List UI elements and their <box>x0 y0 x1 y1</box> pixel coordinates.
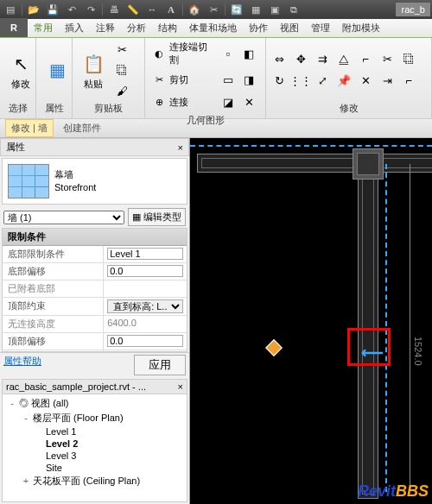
trim-button[interactable]: ⌐ <box>356 50 375 69</box>
top-offset-input[interactable] <box>107 335 183 347</box>
match-button[interactable]: 🖌 <box>112 81 131 100</box>
instance-filter-select[interactable]: 墙 (1) <box>3 211 124 224</box>
cope-button[interactable]: ◐连接端切割▫◧ <box>149 40 262 67</box>
wall-vertical[interactable] <box>358 154 378 499</box>
switch-window-icon[interactable]: ⧉ <box>285 2 302 17</box>
join-opt1[interactable]: ◪ <box>219 92 238 111</box>
wall-horizontal[interactable] <box>197 154 432 173</box>
cut-opt1[interactable]: ▭ <box>219 70 238 89</box>
options-create-assembly[interactable]: 创建部件 <box>57 119 107 137</box>
tab-insert[interactable]: 插入 <box>59 19 90 37</box>
type-selector[interactable]: 幕墙 Storefront <box>2 158 187 205</box>
drawing-canvas[interactable]: 1524.0 ⟵ RevitBBS <box>190 138 432 504</box>
tree-node-floorplans[interactable]: - 楼层平面 (Floor Plan) <box>4 411 185 425</box>
options-context[interactable]: 修改 | 墙 <box>5 119 54 137</box>
base-offset-input[interactable] <box>107 265 183 277</box>
delete-button[interactable]: ✕ <box>356 72 375 91</box>
copy-icon: ⿻ <box>117 64 128 77</box>
tab-analyze[interactable]: 分析 <box>121 19 152 37</box>
top-constraint-select[interactable]: 直到标高: L... <box>107 299 183 313</box>
properties-help-link[interactable]: 属性帮助 <box>3 355 41 375</box>
copy-button[interactable]: ⿻ <box>112 60 131 79</box>
base-constraint-input[interactable] <box>107 248 183 260</box>
align-button[interactable]: ⇔ <box>270 50 289 69</box>
prop-row: 底部限制条件 <box>3 246 187 263</box>
app-menu-icon[interactable]: ▤ <box>2 2 19 17</box>
cut-opt2[interactable]: ◨ <box>239 70 258 89</box>
undo-icon[interactable]: ↶ <box>63 2 80 17</box>
move-button[interactable]: ✥ <box>291 50 310 69</box>
tab-massing[interactable]: 体量和场地 <box>183 19 243 37</box>
extend-button[interactable]: ⇥ <box>378 72 397 91</box>
array-button[interactable]: ⋮⋮ <box>291 72 310 91</box>
join-button[interactable]: ⊕连接◪✕ <box>149 91 262 112</box>
modify-tool-button[interactable]: ↖修改 <box>3 48 38 92</box>
tab-structure[interactable]: 结构 <box>152 19 183 37</box>
properties-palette-title: 属性 × <box>0 138 189 156</box>
edit-type-button[interactable]: ▦编辑类型 <box>128 208 186 226</box>
text-icon[interactable]: A <box>162 2 180 17</box>
split-button[interactable]: ✂ <box>378 50 397 69</box>
dimension-icon[interactable]: ↔ <box>143 2 161 17</box>
tree-node-level3[interactable]: Level 3 <box>4 450 185 462</box>
corner-button[interactable]: ⌐ <box>399 72 418 91</box>
project-browser: rac_basic_sample_project.rvt - ...× - ◎ … <box>2 379 187 503</box>
close-hidden-icon[interactable]: ▣ <box>266 2 283 17</box>
cut-button[interactable]: ✂ <box>112 40 131 59</box>
panel-clipboard-label: 剪贴板 <box>76 100 141 117</box>
collapse-icon[interactable]: - <box>8 398 16 408</box>
3d-view-icon[interactable]: 🏠 <box>186 2 203 17</box>
tree-node-ceilingplans[interactable]: + 天花板平面 (Ceiling Plan) <box>4 474 185 488</box>
scale-button[interactable]: ⤢ <box>313 72 332 91</box>
properties-button[interactable]: ▦ <box>40 54 74 85</box>
type-thumbnail <box>8 164 49 198</box>
measure-icon[interactable]: 📏 <box>124 2 142 17</box>
collapse-icon[interactable]: - <box>22 413 30 423</box>
dimension-value[interactable]: 1524.0 <box>413 337 423 366</box>
sheet-icon[interactable]: ▦ <box>247 2 264 17</box>
cope-opt1[interactable]: ▫ <box>219 44 238 63</box>
sync-icon[interactable]: 🔄 <box>228 2 245 17</box>
section-constraints: 限制条件 <box>3 229 187 246</box>
panel-geometry-label: 几何图形 <box>149 112 262 129</box>
offset-button[interactable]: ⇉ <box>313 50 332 69</box>
flip-control-icon[interactable] <box>265 339 283 356</box>
tab-home[interactable]: 常用 <box>28 19 59 37</box>
tab-addins[interactable]: 附加模块 <box>336 19 386 37</box>
pin-button[interactable]: 📌 <box>334 72 353 91</box>
tab-collaborate[interactable]: 协作 <box>243 19 274 37</box>
save-icon[interactable]: 💾 <box>44 2 61 17</box>
print-icon[interactable]: 🖶 <box>105 2 123 17</box>
ribbon-tabs: R 常用 插入 注释 分析 结构 体量和场地 协作 视图 管理 附加模块 <box>0 19 432 38</box>
drag-arrow-icon[interactable]: ⟵ <box>361 343 384 362</box>
close-icon[interactable]: × <box>178 381 183 392</box>
main-area: 属性 × 幕墙 Storefront 墙 (1) ▦编辑类型 限制条件 底部限制… <box>0 138 432 504</box>
copy-geom-button[interactable]: ⿻ <box>399 50 418 69</box>
tab-annotate[interactable]: 注释 <box>90 19 121 37</box>
tree-node-level1[interactable]: Level 1 <box>4 425 185 438</box>
tree-node-level2[interactable]: Level 2 <box>4 438 185 450</box>
redo-icon[interactable]: ↷ <box>82 2 99 17</box>
open-icon[interactable]: 📂 <box>25 2 42 17</box>
tab-manage[interactable]: 管理 <box>305 19 336 37</box>
apply-button[interactable]: 应用 <box>134 355 186 375</box>
app-button[interactable]: R <box>0 18 28 37</box>
tab-view[interactable]: 视图 <box>274 19 305 37</box>
rotate-button[interactable]: ↻ <box>270 72 289 91</box>
cope-icon: ◐ <box>152 47 166 60</box>
close-icon[interactable]: × <box>178 142 183 153</box>
wall-corner[interactable] <box>353 148 384 180</box>
prop-row: 顶部偏移 <box>3 333 187 350</box>
mirror-button[interactable]: ⧋ <box>334 50 353 69</box>
tree-node-views[interactable]: - ◎ 视图 (all) <box>4 396 185 411</box>
brush-icon: 🖌 <box>117 85 128 98</box>
paste-button[interactable]: 📋粘贴 <box>76 48 111 92</box>
join-opt2[interactable]: ✕ <box>239 92 258 111</box>
expand-icon[interactable]: + <box>22 476 30 486</box>
tree-node-site[interactable]: Site <box>4 462 185 474</box>
section-icon[interactable]: ✂ <box>205 2 222 17</box>
join-icon: ⊕ <box>152 95 166 109</box>
type-name: Storefront <box>54 181 96 194</box>
cut-geom-button[interactable]: ✂剪切▭◨ <box>149 69 262 90</box>
cope-opt2[interactable]: ◧ <box>239 44 258 63</box>
